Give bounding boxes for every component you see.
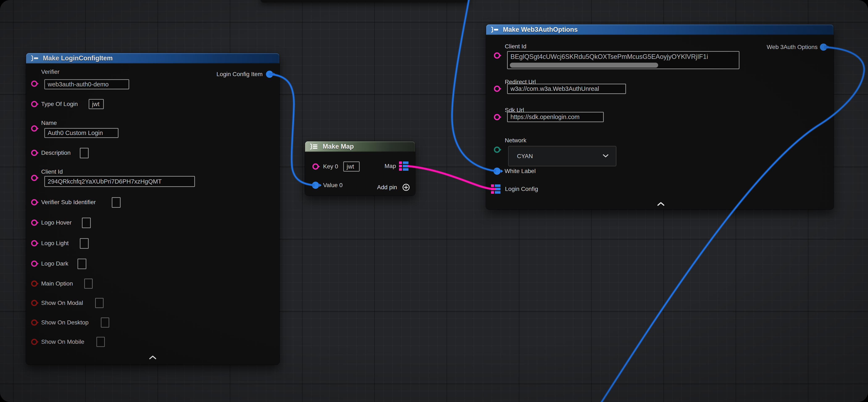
type-of-login-field[interactable]: jwt [89, 99, 104, 109]
pin-label: Verifier [41, 68, 59, 75]
input-pin-description[interactable] [31, 150, 37, 156]
sdk-url-field[interactable]: https://sdk.openlogin.com [507, 112, 604, 122]
output-pin-label: Login Config Item [217, 71, 262, 78]
node-make-map[interactable]: Make Map Key 0 jwt Map Value 0 Add pin [305, 141, 415, 196]
verifier-field[interactable]: web3auth-auth0-demo [44, 79, 129, 89]
input-pin-network[interactable] [494, 147, 500, 153]
pin-label: Client Id [41, 168, 63, 175]
pin-label: Client Id [505, 43, 526, 50]
show-on-mobile-checkbox[interactable] [96, 337, 105, 347]
chevron-up-icon [148, 355, 157, 360]
input-pin-show-on-modal[interactable] [31, 300, 37, 306]
input-pin-type-of-login[interactable] [31, 101, 37, 107]
blueprint-graph-canvas[interactable]: Make LoginConfigItem Login Config Item V… [0, 0, 868, 402]
pin-label: Show On Modal [41, 299, 83, 306]
pin-label: Logo Hover [41, 219, 72, 226]
network-dropdown[interactable]: CYAN [508, 146, 616, 166]
pin-label: Logo Dark [41, 260, 68, 267]
node-make-web3auth-options[interactable]: Make Web3AuthOptions Web 3Auth Options C… [486, 24, 834, 209]
input-pin-verifier-sub-identifier[interactable] [31, 199, 37, 205]
offscreen-node-edge [260, 0, 469, 2]
network-selected-value: CYAN [517, 153, 602, 160]
collapse-node-button[interactable] [148, 355, 157, 360]
input-pin-redirect-url[interactable] [494, 86, 500, 92]
input-pin-verifier[interactable] [31, 81, 37, 87]
pin-label: White Label [504, 168, 536, 174]
input-pin-show-on-mobile[interactable] [31, 339, 37, 345]
wire-map-glow [408, 166, 495, 189]
key-0-field[interactable]: jwt [343, 162, 360, 172]
plus-circle-icon [402, 183, 410, 191]
input-pin-show-on-desktop[interactable] [31, 319, 37, 326]
show-on-modal-checkbox[interactable] [95, 298, 103, 308]
redirect-url-field[interactable]: w3a://com.w3a.Web3AuthUnreal [507, 84, 626, 94]
node-title: Make LoginConfigItem [43, 54, 113, 62]
make-map-icon [309, 143, 319, 150]
input-pin-client-id[interactable] [494, 52, 500, 59]
field-scrollbar[interactable] [510, 63, 658, 68]
input-pin-sdk-url[interactable] [494, 114, 500, 120]
output-pin-label: Web 3Auth Options [767, 44, 817, 51]
pin-label: Description [41, 149, 70, 156]
input-pin-logo-light[interactable] [31, 240, 37, 247]
pin-label: Type Of Login [41, 101, 78, 108]
node-title: Make Map [323, 143, 354, 150]
logo-light-field[interactable] [80, 238, 89, 249]
node-title: Make Web3AuthOptions [503, 26, 578, 33]
make-struct-icon [490, 27, 500, 33]
output-pin-map[interactable] [399, 162, 409, 171]
client-id-field[interactable]: 294QRkchfq2YaXUbPri7D6PH7xzHgQMT [44, 176, 195, 187]
logo-hover-field[interactable] [82, 218, 91, 228]
logo-dark-field[interactable] [78, 259, 86, 269]
add-pin-button[interactable] [402, 183, 410, 191]
pin-label: Logo Light [41, 240, 69, 247]
pin-label: Network [505, 137, 526, 144]
node-header-make-login-config-item[interactable]: Make LoginConfigItem [26, 53, 279, 63]
main-option-checkbox[interactable] [84, 279, 93, 289]
chevron-up-icon [656, 202, 665, 206]
add-pin-label[interactable]: Add pin [377, 184, 397, 191]
client-id-field[interactable]: BEglQSgt4cUWcj6SKRdu5QkOXTsePmMcusG5EAoy… [507, 51, 739, 69]
input-pin-key-0[interactable] [312, 163, 319, 170]
description-field[interactable] [80, 148, 89, 158]
show-on-desktop-checkbox[interactable] [101, 317, 109, 327]
input-pin-logo-dark[interactable] [31, 260, 37, 267]
input-pin-logo-hover[interactable] [31, 220, 37, 226]
node-header-make-web3auth-options[interactable]: Make Web3AuthOptions [486, 24, 834, 35]
pin-label: Value 0 [323, 182, 343, 189]
pin-label: Name [41, 120, 57, 126]
pin-label: Login Config [505, 185, 538, 192]
client-id-value: BEglQSgt4cUWcj6SKRdu5QkOXTsePmMcusG5EAoy… [510, 53, 738, 61]
make-struct-icon [30, 55, 39, 61]
chevron-down-icon [602, 154, 609, 159]
pin-label: Key 0 [323, 163, 338, 170]
verifier-sub-identifier-field[interactable] [112, 197, 121, 208]
input-pin-main-option[interactable] [31, 281, 37, 287]
node-make-login-config-item[interactable]: Make LoginConfigItem Login Config Item V… [26, 53, 279, 365]
pin-label: Show On Desktop [41, 319, 89, 326]
input-pin-name[interactable] [31, 125, 37, 132]
input-pin-client-id[interactable] [31, 175, 37, 181]
output-pin-label: Map [384, 163, 396, 169]
collapse-node-button[interactable] [656, 202, 665, 206]
name-field[interactable]: Auth0 Custom Login [44, 128, 119, 138]
pin-label: Show On Mobile [41, 339, 84, 345]
node-header-make-map[interactable]: Make Map [305, 141, 415, 152]
pin-label: Main Option [41, 280, 73, 287]
pin-label: Verifier Sub Identifier [41, 199, 96, 206]
